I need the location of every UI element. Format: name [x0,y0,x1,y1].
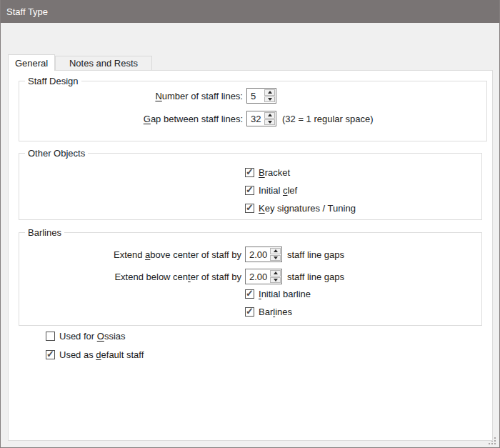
check-icon: ✓ [246,289,254,297]
tab-general-label: General [15,58,48,69]
tab-notes-and-rests-label: Notes and Rests [69,58,138,69]
spin-down-icon [268,121,272,124]
extend-above-label: Extend above center of staff by [30,249,241,260]
number-of-staff-lines-value[interactable]: 5 [247,89,264,103]
spin-down-button[interactable] [270,255,281,262]
used-as-default-staff-label[interactable]: Used as default staff [59,349,144,360]
check-icon: ✓ [246,307,254,315]
key-signatures-checkbox[interactable]: ✓ [245,204,254,213]
spin-up-icon [274,249,278,252]
extend-below-suffix: staff line gaps [287,272,344,282]
spin-down-button[interactable] [264,96,275,103]
gap-between-staff-lines-label: Gap between staff lines: [30,114,243,124]
initial-clef-checkbox[interactable]: ✓ [245,186,254,195]
spin-up-button[interactable] [270,248,281,254]
check-icon: ✓ [246,204,254,211]
dialog-client-area: General Notes and Rests Staff Design Num… [1,23,499,447]
initial-clef-label[interactable]: Initial clef [259,185,297,196]
used-as-default-staff-checkbox[interactable]: ✓ [46,350,55,359]
spin-down-button[interactable] [264,119,275,126]
spin-up-icon [268,91,272,94]
initial-barline-checkbox[interactable]: ✓ [245,289,254,299]
barlines-checkbox[interactable]: ✓ [245,307,254,317]
extend-below-value[interactable]: 2.00 [246,269,269,284]
bracket-checkbox[interactable]: ✓ [245,168,254,177]
extend-above-value[interactable]: 2.00 [246,247,269,262]
used-for-ossias-checkbox[interactable]: ✓ [46,332,55,341]
extend-below-label: Extend below center of staff by [30,272,241,282]
spin-up-button[interactable] [264,89,275,96]
used-for-ossias-label[interactable]: Used for Ossias [59,331,126,342]
extend-above-suffix: staff line gaps [287,249,344,260]
number-of-staff-lines-spinner[interactable]: 5 [246,88,276,104]
tab-general[interactable]: General [8,54,55,71]
spin-down-icon [268,98,272,101]
check-icon: ✓ [246,186,254,194]
gap-between-staff-lines-spinner[interactable]: 32 [246,111,276,126]
tab-page-general: Staff Design Number of staff lines: 5 Ga… [8,70,493,441]
key-signatures-label[interactable]: Key signatures / Tuning [259,203,356,214]
barlines-label[interactable]: Barlines [259,307,292,317]
staff-type-dialog: Staff Type General Notes and Rests Staff… [0,0,500,448]
spin-down-icon [274,257,278,259]
check-icon: ✓ [246,168,254,176]
gap-hint-text: (32 = 1 regular space) [282,114,374,124]
spin-down-button[interactable] [270,277,281,284]
extend-below-spinner[interactable]: 2.00 [245,269,282,284]
number-of-staff-lines-label: Number of staff lines: [30,91,243,101]
gap-between-staff-lines-value[interactable]: 32 [247,111,264,126]
group-barlines-title: Barlines [25,227,64,238]
spin-up-icon [268,114,272,116]
tab-notes-and-rests[interactable]: Notes and Rests [55,56,152,70]
initial-barline-label[interactable]: Initial barline [259,289,311,299]
spin-down-icon [274,279,278,282]
spin-up-button[interactable] [264,112,275,119]
bracket-label[interactable]: Bracket [259,167,290,178]
extend-above-spinner[interactable]: 2.00 [245,247,282,262]
spin-up-icon [274,272,278,274]
group-staff-design-title: Staff Design [25,76,81,86]
window-title: Staff Type [6,6,48,17]
titlebar[interactable]: Staff Type [0,0,500,23]
check-icon: ✓ [46,350,54,358]
spin-up-button[interactable] [270,270,281,277]
group-other-objects-title: Other Objects [25,148,88,159]
